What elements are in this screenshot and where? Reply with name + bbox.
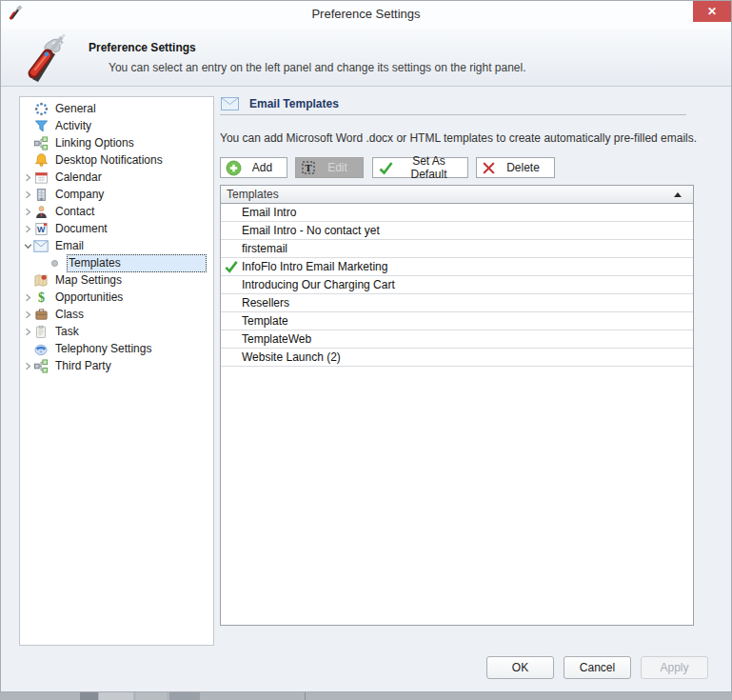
template-name: Resellers (242, 296, 289, 310)
sidebar-item-calendar[interactable]: Calendar (20, 169, 213, 186)
task-icon (33, 324, 49, 339)
preference-settings-dialog: Preference Settings ✕ Preference Setting… (0, 0, 732, 692)
sidebar-item-label: Desktop Notifications (53, 151, 167, 170)
activity-icon (33, 118, 49, 133)
dialog-header: Preference Settings You can select an en… (1, 29, 731, 87)
sidebar-item-label: Contact (53, 203, 98, 221)
linking-icon (33, 135, 49, 150)
chevron-right-icon[interactable] (22, 173, 33, 182)
template-row[interactable]: firstemail (221, 240, 693, 258)
button-label: Set As Default (394, 154, 467, 181)
edit-icon: T (301, 160, 316, 175)
button-label: Edit (316, 161, 363, 174)
delete-icon (482, 161, 496, 175)
sidebar-item-desktop-notifications[interactable]: Desktop Notifications (20, 151, 213, 169)
thirdparty-icon (33, 358, 49, 373)
sidebar-item-label: Telephony Settings (53, 340, 155, 358)
svg-text:W: W (36, 225, 45, 234)
sidebar-item-label: Templates (67, 254, 207, 272)
tools-hammer-screwdriver-icon (24, 33, 69, 87)
sidebar-item-linking-options[interactable]: Linking Options (20, 134, 213, 151)
templates-table: Templates Email IntroEmail Intro - No co… (220, 185, 694, 626)
ok-button[interactable]: OK (486, 656, 554, 679)
sidebar-item-third-party[interactable]: Third Party (20, 357, 213, 374)
sidebar-item-class[interactable]: Class (20, 306, 213, 323)
svg-text:$: $ (37, 290, 44, 305)
template-row[interactable]: Website Launch (2) (221, 349, 693, 367)
email-envelope-icon (221, 97, 239, 110)
templates-toolbar: AddTEditSet As DefaultDelete (220, 157, 555, 178)
template-row[interactable]: Introducing Our Charging Cart (221, 276, 693, 294)
sidebar-item-task[interactable]: Task (20, 323, 213, 340)
chevron-right-icon[interactable] (22, 208, 33, 216)
template-row[interactable]: TemplateWeb (221, 330, 693, 349)
contact-icon (33, 204, 49, 219)
background-app-edge (99, 692, 133, 700)
sidebar-item-label: General (53, 100, 100, 118)
svg-text:T: T (305, 162, 312, 173)
bell-icon (33, 152, 49, 168)
template-row[interactable]: InfoFlo Intro Email Marketing (221, 258, 693, 276)
sidebar-item-label: Task (53, 323, 83, 341)
sidebar-item-opportunities[interactable]: $Opportunities (20, 289, 213, 306)
sidebar-item-map-settings[interactable]: Map Settings (20, 271, 213, 289)
sidebar-item-label: Calendar (53, 169, 106, 187)
sidebar-item-email[interactable]: Email (20, 237, 213, 254)
chevron-right-icon[interactable] (22, 362, 33, 370)
sidebar-item-label: Company (53, 186, 108, 204)
background-app-edge (80, 692, 98, 700)
templates-column-header[interactable]: Templates (221, 186, 693, 204)
phone-icon (33, 341, 49, 356)
add-button[interactable]: Add (220, 157, 287, 178)
dialog-footer: OKCancelApply (486, 656, 718, 679)
chevron-right-icon[interactable] (22, 310, 33, 319)
template-name: TemplateWeb (242, 332, 311, 346)
chevron-right-icon[interactable] (22, 225, 33, 233)
sidebar-item-label: Class (53, 306, 88, 324)
sidebar-item-label: Email (53, 237, 88, 255)
sidebar-item-telephony-settings[interactable]: Telephony Settings (20, 340, 213, 357)
sidebar-item-general[interactable]: General (20, 100, 213, 117)
sidebar-item-templates[interactable]: Templates (20, 254, 213, 271)
bullet-icon (47, 255, 62, 270)
check-icon (378, 161, 394, 175)
panel-title: Email Templates (249, 97, 339, 110)
chevron-down-icon[interactable] (22, 242, 33, 250)
template-row[interactable]: Email Intro - No contact yet (221, 222, 693, 240)
chevron-right-icon[interactable] (22, 328, 33, 336)
templates-table-body: Email IntroEmail Intro - No contact yetf… (221, 204, 693, 367)
background-app-edge (136, 692, 167, 700)
email-icon (33, 238, 49, 253)
chevron-right-icon[interactable] (22, 190, 33, 199)
sidebar-item-document[interactable]: WDocument (20, 220, 213, 237)
template-name: Email Intro - No contact yet (242, 224, 380, 237)
button-label: Add (242, 161, 287, 174)
sidebar-item-label: Third Party (53, 357, 115, 375)
sidebar-item-contact[interactable]: Contact (20, 203, 213, 220)
sidebar-item-label: Map Settings (53, 271, 126, 290)
sort-ascending-icon (674, 192, 682, 197)
class-icon (33, 307, 49, 322)
delete-button[interactable]: Delete (476, 157, 555, 178)
document-icon: W (33, 221, 49, 236)
chevron-right-icon[interactable] (22, 293, 33, 302)
sidebar-item-label: Opportunities (53, 289, 127, 307)
background-app-edge (305, 692, 306, 700)
map-icon (33, 272, 49, 288)
template-row[interactable]: Email Intro (221, 204, 693, 222)
cancel-button[interactable]: Cancel (564, 656, 631, 679)
sidebar-item-label: Linking Options (53, 134, 138, 152)
sidebar-item-company[interactable]: Company (20, 186, 213, 203)
sidebar-item-activity[interactable]: Activity (20, 117, 213, 134)
template-row[interactable]: Resellers (221, 294, 693, 312)
template-row[interactable]: Template (221, 312, 693, 330)
button-label: Delete (496, 161, 554, 174)
company-icon (33, 187, 49, 202)
set-as-default-button[interactable]: Set As Default (372, 157, 468, 178)
header-title: Preference Settings (89, 41, 196, 54)
template-name: Template (242, 314, 288, 328)
background-window-strip (0, 692, 732, 700)
close-button[interactable]: ✕ (693, 1, 731, 22)
general-icon (33, 101, 49, 116)
title-bar[interactable]: Preference Settings ✕ (1, 1, 731, 29)
